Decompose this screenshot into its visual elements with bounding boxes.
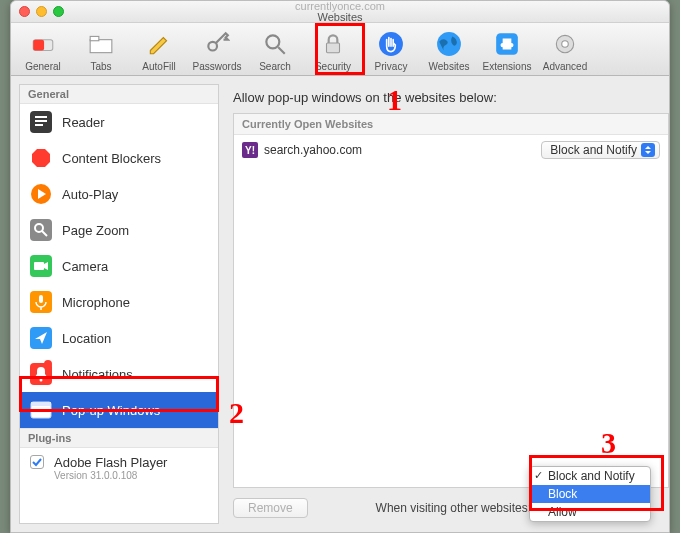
sidebar-item-flash-plugin[interactable]: Adobe Flash Player Version 31.0.0.108: [20, 448, 218, 488]
website-row[interactable]: Y! search.yahoo.com Block and Notify: [234, 135, 668, 165]
plugin-checkbox[interactable]: [30, 455, 44, 469]
zoom-icon: [30, 219, 52, 241]
toolbar-passwords[interactable]: Passwords: [191, 29, 243, 72]
close-window-button[interactable]: [19, 6, 30, 17]
sidebar-item-popup-windows[interactable]: Pop-up Windows: [20, 392, 218, 428]
sidebar-item-notifications[interactable]: Notifications: [20, 356, 218, 392]
sidebar-item-auto-play[interactable]: Auto-Play: [20, 176, 218, 212]
svg-rect-33: [31, 402, 51, 406]
svg-rect-16: [35, 124, 43, 126]
main-heading: Allow pop-up windows on the websites bel…: [233, 90, 669, 105]
svg-rect-20: [30, 219, 52, 241]
sidebar-item-location[interactable]: Location: [20, 320, 218, 356]
titlebar: currentlyonce.com Websites: [11, 1, 669, 23]
puzzle-icon: [492, 29, 522, 59]
globe-icon: [434, 29, 464, 59]
svg-point-5: [266, 35, 279, 48]
website-domain: search.yahoo.com: [264, 143, 541, 157]
svg-rect-15: [35, 120, 47, 122]
toolbar-general[interactable]: General: [17, 29, 69, 72]
sidebar-item-page-zoom[interactable]: Page Zoom: [20, 212, 218, 248]
key-icon: [202, 29, 232, 59]
search-icon: [260, 29, 290, 59]
toolbar-autofill[interactable]: AutoFill: [133, 29, 185, 72]
dropdown-option-block[interactable]: Block: [530, 485, 650, 503]
toolbar-extensions[interactable]: Extensions: [481, 29, 533, 72]
other-websites-label: When visiting other websites:: [376, 501, 531, 515]
svg-rect-1: [33, 40, 44, 51]
svg-point-31: [40, 379, 43, 382]
panel-header: Currently Open Websites: [234, 114, 668, 135]
toolbar-privacy[interactable]: Privacy: [365, 29, 417, 72]
svg-rect-3: [90, 36, 99, 40]
svg-rect-14: [35, 116, 47, 118]
website-setting-select[interactable]: Block and Notify: [541, 141, 660, 159]
svg-marker-35: [645, 151, 651, 154]
toolbar-tabs[interactable]: Tabs: [75, 29, 127, 72]
remove-button[interactable]: Remove: [233, 498, 308, 518]
pencil-icon: [144, 29, 174, 59]
switch-icon: [28, 29, 58, 59]
preferences-toolbar: General Tabs AutoFill Passwords Search S…: [11, 23, 669, 76]
location-icon: [30, 327, 52, 349]
lock-icon: [318, 29, 348, 59]
main-panel: Allow pop-up windows on the websites bel…: [219, 76, 669, 532]
sidebar-item-content-blockers[interactable]: Content Blockers: [20, 140, 218, 176]
dropdown-option-block-and-notify[interactable]: Block and Notify: [530, 467, 650, 485]
svg-point-12: [562, 41, 569, 48]
toolbar-advanced[interactable]: Advanced: [539, 29, 591, 72]
window-icon: [30, 399, 52, 421]
zoom-window-button[interactable]: [53, 6, 64, 17]
preferences-window: currentlyonce.com Websites General Tabs …: [10, 0, 670, 533]
chevron-updown-icon: [641, 143, 655, 157]
sidebar-item-microphone[interactable]: Microphone: [20, 284, 218, 320]
other-websites-dropdown[interactable]: Block and Notify Block Allow: [529, 466, 651, 522]
svg-marker-17: [32, 149, 50, 167]
toolbar-security[interactable]: Security: [307, 29, 359, 72]
svg-point-4: [208, 42, 217, 51]
svg-rect-7: [327, 43, 340, 53]
camera-icon: [30, 255, 52, 277]
svg-rect-27: [39, 295, 43, 303]
notification-badge: [44, 360, 52, 368]
sidebar-section-plugins: Plug-ins: [20, 428, 218, 448]
svg-line-6: [278, 47, 285, 54]
yahoo-favicon: Y!: [242, 142, 258, 158]
sidebar-item-reader[interactable]: Reader: [20, 104, 218, 140]
settings-sidebar: General Reader Content Blockers Auto-Pla…: [19, 84, 219, 524]
toolbar-search[interactable]: Search: [249, 29, 301, 72]
svg-rect-24: [34, 262, 44, 270]
tabs-icon: [86, 29, 116, 59]
microphone-icon: [30, 291, 52, 313]
play-icon: [30, 183, 52, 205]
hand-icon: [376, 29, 406, 59]
stop-icon: [30, 147, 52, 169]
sidebar-section-general: General: [20, 85, 218, 104]
reader-icon: [30, 111, 52, 133]
minimize-window-button[interactable]: [36, 6, 47, 17]
toolbar-websites[interactable]: Websites: [423, 29, 475, 72]
gear-icon: [550, 29, 580, 59]
dropdown-option-allow[interactable]: Allow: [530, 503, 650, 521]
svg-marker-34: [645, 146, 651, 149]
window-title: Websites: [11, 12, 669, 23]
websites-panel: Currently Open Websites Y! search.yahoo.…: [233, 113, 669, 488]
svg-rect-2: [90, 40, 112, 53]
sidebar-item-camera[interactable]: Camera: [20, 248, 218, 284]
